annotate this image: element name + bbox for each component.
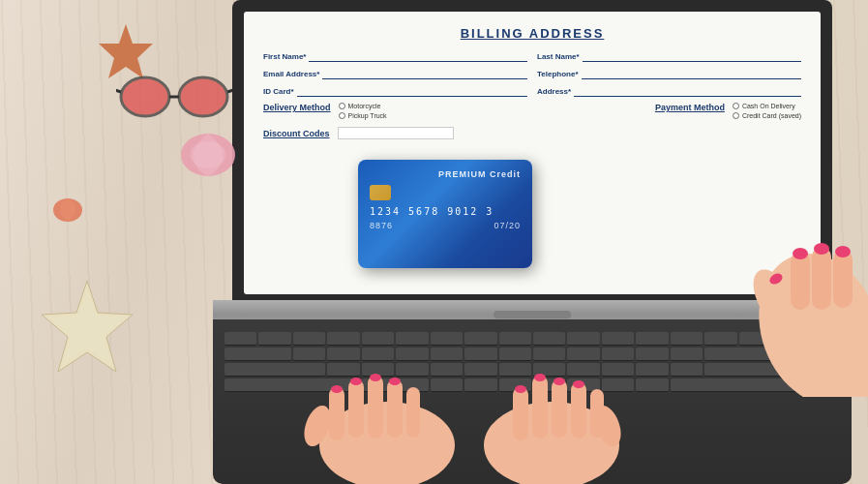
payment-method-label: Payment Method: [655, 103, 725, 112]
form-title: BILLING ADDRESS: [263, 26, 801, 41]
svg-point-31: [389, 378, 401, 385]
svg-rect-24: [368, 376, 383, 439]
delivery-method-label: Delivery Method: [263, 103, 331, 112]
last-name-label: Last Name*: [537, 52, 580, 61]
telephone-input[interactable]: [582, 68, 801, 79]
svg-rect-22: [329, 387, 344, 440]
form-row-email-phone: Email Address* Telephone*: [263, 68, 801, 79]
svg-point-28: [331, 385, 343, 393]
hand-holding-card: [626, 136, 868, 397]
svg-point-16: [793, 248, 808, 259]
id-card-input[interactable]: [297, 85, 527, 97]
payment-credit-label: Credit Card (saved): [742, 112, 801, 119]
scene: BILLING ADDRESS First Name* Last Name*: [0, 0, 868, 484]
svg-rect-15: [833, 250, 853, 308]
svg-point-41: [554, 378, 565, 385]
svg-rect-14: [812, 247, 831, 310]
card-header: PREMIUM Credit: [370, 169, 521, 179]
starfish-large: [29, 271, 145, 387]
svg-point-18: [835, 246, 851, 257]
payment-cash[interactable]: Cash On Delivery: [733, 103, 801, 109]
svg-point-30: [370, 374, 381, 381]
svg-point-40: [534, 374, 546, 381]
last-name-field[interactable]: Last Name*: [537, 50, 801, 62]
form-row-id-address: ID Card* Address*: [263, 85, 801, 97]
first-name-field[interactable]: First Name*: [263, 50, 527, 62]
radio-credit-saved[interactable]: [733, 112, 739, 119]
svg-rect-35: [552, 379, 567, 438]
delivery-options: Motorcycle Pickup Truck: [339, 103, 387, 119]
shell-coral: [48, 194, 87, 227]
card-expiry: 07/20: [494, 221, 521, 230]
telephone-field[interactable]: Telephone*: [537, 68, 801, 79]
payment-cash-label: Cash On Delivery: [742, 103, 795, 109]
address-label: Address*: [537, 87, 571, 96]
svg-rect-33: [513, 387, 528, 440]
svg-point-39: [515, 385, 526, 393]
svg-rect-26: [406, 387, 420, 438]
payment-credit[interactable]: Credit Card (saved): [733, 112, 801, 119]
svg-point-29: [350, 378, 362, 385]
key[interactable]: [224, 332, 256, 346]
methods-row: Delivery Method Motorcycle Pickup Truck: [263, 103, 801, 119]
svg-point-17: [814, 243, 829, 255]
svg-rect-13: [791, 252, 810, 310]
card-chip: [370, 185, 391, 200]
payment-section: Payment Method Cash On Delivery Credit C…: [655, 103, 801, 119]
first-name-label: First Name*: [263, 52, 306, 61]
delivery-motorcycle-label: Motorcycle: [348, 103, 381, 109]
delivery-pickup[interactable]: Pickup Truck: [339, 112, 387, 119]
svg-rect-25: [387, 379, 403, 438]
svg-rect-23: [348, 379, 364, 438]
shell-pink: [174, 126, 242, 184]
telephone-label: Telephone*: [537, 70, 579, 78]
card-brand-top: PREMIUM Credit: [370, 169, 521, 179]
credit-card: PREMIUM Credit 1234 5678 9012 3 8876 07/…: [358, 160, 532, 268]
radio-cash[interactable]: [733, 103, 739, 109]
delivery-motorcycle[interactable]: Motorcycle: [339, 103, 387, 109]
svg-line-4: [116, 87, 121, 92]
delivery-pickup-label: Pickup Truck: [348, 112, 387, 119]
svg-point-42: [573, 380, 584, 388]
payment-options: Cash On Delivery Credit Card (saved): [733, 103, 801, 119]
id-card-label: ID Card*: [263, 87, 294, 96]
svg-point-7: [191, 141, 225, 168]
email-field[interactable]: Email Address*: [263, 68, 527, 79]
first-name-input[interactable]: [309, 50, 527, 62]
svg-point-1: [121, 77, 169, 116]
methods-spacer: [402, 103, 641, 119]
email-input[interactable]: [322, 68, 527, 79]
last-name-input[interactable]: [583, 50, 801, 62]
delivery-section: Delivery Method Motorcycle Pickup Truck: [263, 103, 387, 119]
discount-code-input[interactable]: [338, 127, 454, 139]
typing-hands: [271, 310, 658, 484]
svg-line-5: [227, 87, 232, 92]
id-card-field[interactable]: ID Card*: [263, 85, 527, 97]
address-field[interactable]: Address*: [537, 85, 801, 97]
svg-rect-20: [800, 358, 868, 397]
discount-codes-label: Discount Codes: [263, 129, 330, 138]
address-input[interactable]: [574, 85, 801, 97]
form-row-names: First Name* Last Name*: [263, 50, 801, 62]
radio-motorcycle[interactable]: [339, 103, 345, 109]
svg-point-2: [179, 77, 227, 116]
radio-pickup[interactable]: [339, 112, 345, 119]
email-label: Email Address*: [263, 70, 319, 78]
card-footer: 8876 07/20: [370, 221, 521, 230]
svg-rect-36: [571, 382, 586, 439]
svg-rect-34: [532, 376, 548, 439]
card-number: 1234 5678 9012 3: [370, 206, 521, 217]
card-cvv: 8876: [370, 221, 393, 230]
